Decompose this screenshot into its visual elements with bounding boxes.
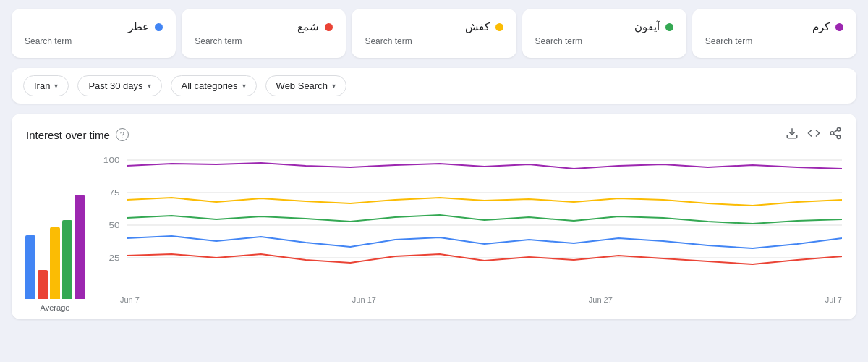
chevron-down-icon: ▾ — [332, 82, 336, 90]
bar-yellow — [50, 227, 60, 299]
search-card-4: آیفون Search term — [522, 9, 686, 58]
bar-purple — [75, 195, 85, 299]
svg-line-4 — [833, 134, 837, 136]
chart-header: Interest over time ? — [26, 127, 842, 143]
line-blue — [127, 236, 842, 248]
line-red — [127, 254, 842, 264]
chevron-down-icon: ▾ — [148, 82, 151, 90]
svg-line-5 — [833, 130, 837, 132]
help-icon[interactable]: ? — [116, 128, 129, 141]
bar-green — [62, 220, 72, 299]
line-chart-area: 100 75 50 25 — [91, 153, 842, 312]
search-card-3: کفش Search term — [352, 9, 516, 58]
search-label-3: Search term — [365, 36, 503, 46]
search-label-5: Search term — [705, 36, 843, 46]
x-axis-labels: Jun 7 Jun 17 Jun 27 Jul 7 — [91, 292, 842, 304]
bar-chart-average: Average — [26, 153, 84, 312]
search-card-5: کرم Search term — [692, 9, 856, 58]
svg-point-3 — [837, 135, 841, 139]
line-yellow — [127, 198, 842, 206]
bar-blue — [25, 235, 35, 299]
svg-point-1 — [837, 128, 841, 132]
svg-text:100: 100 — [103, 156, 120, 164]
x-label-jun17: Jun 17 — [352, 295, 376, 304]
search-label-1: Search term — [25, 36, 163, 46]
svg-text:25: 25 — [109, 253, 119, 262]
category-filter[interactable]: All categories ▾ — [171, 75, 257, 96]
search-card-2: شمع Search term — [182, 9, 346, 58]
x-label-jul7: Jul 7 — [825, 295, 842, 304]
search-term-3: کفش — [365, 20, 503, 33]
chart-title-area: Interest over time ? — [26, 128, 129, 141]
bar-red — [38, 270, 48, 299]
dot-2 — [325, 23, 333, 31]
search-card-1: عطر Search term — [12, 9, 176, 58]
chart-body: Average 100 75 50 25 — [26, 153, 842, 312]
x-label-jun27: Jun 27 — [589, 295, 613, 304]
svg-point-2 — [830, 132, 834, 135]
search-type-label: Web Search — [276, 80, 328, 91]
filter-bar: Iran ▾ Past 30 days ▾ All categories ▾ W… — [12, 68, 856, 104]
search-cards-row: عطر Search term شمع Search term کفش Sear… — [12, 9, 856, 58]
embed-button[interactable] — [807, 127, 820, 143]
search-type-filter[interactable]: Web Search ▾ — [265, 75, 346, 96]
dot-5 — [835, 23, 843, 31]
bar-chart-bars — [25, 183, 85, 299]
dot-1 — [155, 23, 163, 31]
line-green — [127, 215, 842, 224]
line-purple — [127, 163, 842, 169]
svg-text:50: 50 — [109, 221, 119, 230]
chart-actions — [786, 127, 842, 143]
chevron-down-icon: ▾ — [54, 82, 58, 90]
line-chart-svg: 100 75 50 25 — [91, 153, 842, 290]
region-label: Iran — [34, 80, 50, 91]
search-term-4: آیفون — [535, 20, 673, 33]
chart-title: Interest over time — [26, 129, 110, 141]
region-filter[interactable]: Iran ▾ — [23, 75, 69, 96]
time-filter[interactable]: Past 30 days ▾ — [77, 75, 161, 96]
category-label: All categories — [182, 80, 238, 91]
search-term-2: شمع — [195, 20, 333, 33]
search-label-4: Search term — [535, 36, 673, 46]
share-icon[interactable] — [829, 127, 842, 143]
search-term-5: کرم — [705, 20, 843, 33]
dot-4 — [665, 23, 673, 31]
chevron-down-icon: ▾ — [242, 82, 246, 90]
average-label: Average — [41, 303, 70, 312]
svg-text:75: 75 — [109, 188, 119, 197]
search-label-2: Search term — [195, 36, 333, 46]
search-term-1: عطر — [25, 20, 163, 33]
download-button[interactable] — [786, 127, 799, 143]
time-label: Past 30 days — [88, 80, 142, 91]
interest-over-time-chart: Interest over time ? — [12, 114, 856, 319]
x-label-jun7: Jun 7 — [120, 295, 140, 304]
page-wrapper: عطر Search term شمع Search term کفش Sear… — [0, 0, 868, 362]
dot-3 — [495, 23, 503, 31]
